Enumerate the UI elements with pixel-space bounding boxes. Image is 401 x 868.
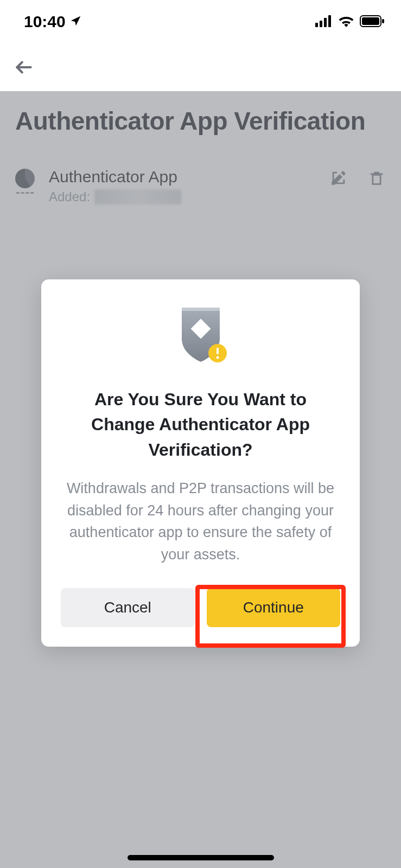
home-indicator (128, 855, 274, 860)
status-bar: 10:40 (0, 0, 401, 43)
back-button[interactable] (13, 56, 35, 78)
svg-rect-1 (320, 21, 322, 27)
shield-warning-icon (61, 303, 340, 368)
status-time: 10:40 (24, 12, 66, 31)
modal-body: Withdrawals and P2P transactions will be… (61, 477, 340, 565)
svg-rect-2 (324, 18, 327, 27)
svg-rect-10 (217, 348, 219, 354)
cancel-button[interactable]: Cancel (61, 588, 195, 627)
nav-bar (0, 43, 401, 91)
svg-rect-5 (362, 17, 379, 25)
wifi-icon (338, 12, 354, 31)
battery-icon (360, 12, 385, 31)
status-indicators (315, 12, 385, 31)
svg-rect-0 (315, 23, 318, 27)
confirm-change-modal: Are You Sure You Want to Change Authenti… (41, 279, 360, 647)
svg-rect-6 (382, 19, 384, 23)
cellular-icon (315, 12, 333, 31)
location-icon (70, 12, 82, 31)
continue-button[interactable]: Continue (207, 588, 341, 627)
svg-point-11 (216, 356, 219, 359)
modal-title: Are You Sure You Want to Change Authenti… (61, 387, 340, 462)
modal-buttons: Cancel Continue (61, 588, 340, 627)
svg-rect-3 (328, 15, 331, 27)
status-time-wrap: 10:40 (24, 12, 82, 31)
